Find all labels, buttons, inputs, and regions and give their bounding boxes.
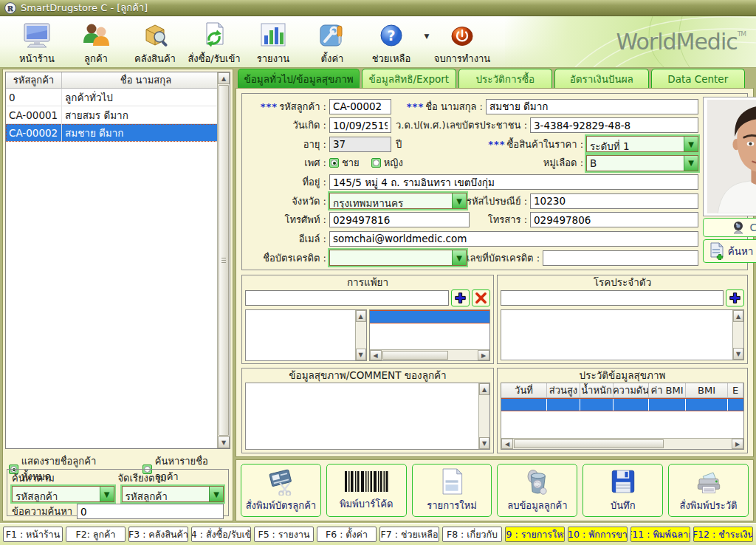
column-header-date[interactable]: วันที่ (501, 383, 547, 397)
fn-key-f5[interactable]: F5 : รายงาน (254, 527, 314, 542)
fn-key-f12[interactable]: F12 : ชำระเงิน (693, 527, 753, 542)
email-input[interactable] (329, 231, 698, 247)
column-header-height[interactable]: ส่วนสูง (547, 383, 580, 397)
scroll-up-icon[interactable]: ▲ (218, 72, 230, 84)
birthdate-input[interactable] (329, 117, 391, 133)
search-by-dropdown[interactable]: รหัสลูกค้า ▼ (12, 486, 114, 502)
tab-general-health[interactable]: ข้อมูลทั่วไป/ข้อมูลสุขภาพ (238, 69, 360, 89)
delete-customer-button[interactable]: ลบข้อมูลลูกค้า (497, 464, 577, 517)
chevron-down-icon[interactable]: ▼ (100, 487, 114, 501)
scroll-up-icon[interactable]: ▲ (356, 310, 366, 322)
province-dropdown[interactable]: กรุงเทพมหานคร ▼ (329, 193, 467, 209)
camera-button[interactable]: Camera (703, 218, 756, 237)
comment-scrollbar[interactable]: ▲ ▼ (478, 383, 489, 449)
new-record-button[interactable]: รายการใหม่ (412, 464, 492, 517)
allergy-list-scrollbar[interactable]: ▲ ▼ (355, 310, 366, 360)
toolbar-exit-button[interactable]: จบการทำงาน (433, 18, 492, 66)
fn-key-f7[interactable]: F7 : ช่วยเหลือ (379, 527, 439, 542)
chevron-down-icon[interactable]: ▼ (684, 137, 698, 151)
fn-key-f6[interactable]: F6 : ตั้งค่า (317, 527, 377, 542)
scroll-up-icon[interactable]: ▲ (479, 383, 489, 395)
credit-card-no-input[interactable] (543, 250, 698, 266)
gender-female-radio[interactable]: หญิง (371, 155, 403, 171)
selected-row-highlight[interactable] (370, 310, 490, 323)
blood-type-dropdown[interactable]: B ▼ (586, 155, 698, 171)
toolbar-customers-button[interactable]: ลูกค้า (66, 18, 126, 66)
disease-list[interactable]: ▲ ▼ (501, 309, 744, 360)
tab-purchase-history[interactable]: ประวัติการซื้อ (458, 69, 552, 89)
disease-input[interactable] (501, 290, 724, 306)
sort-by-dropdown[interactable]: รหัสลูกค้า ▼ (122, 486, 224, 502)
scrollbar-thumb[interactable] (514, 439, 664, 448)
fn-key-f3[interactable]: F3 : คลังสินค้า (128, 527, 188, 542)
column-header-weight[interactable]: น้ำหนัก (580, 383, 614, 397)
selected-row-highlight[interactable] (501, 398, 743, 411)
save-button[interactable]: บันทึก (583, 464, 663, 517)
customer-name-input[interactable] (486, 99, 698, 114)
column-header-name[interactable]: ชื่อ นามสกุล (62, 72, 230, 88)
allergy-input[interactable] (245, 290, 449, 306)
search-text-input[interactable] (77, 504, 224, 519)
column-header-bmi-value[interactable]: ค่า BMI (649, 383, 686, 397)
customer-code-input[interactable] (329, 99, 391, 114)
chevron-down-icon[interactable]: ▼ (684, 156, 698, 171)
print-customer-card-button[interactable]: สั่งพิมพ์บัตรลูกค้า (241, 464, 321, 517)
gender-male-radio[interactable]: ชาย (329, 155, 360, 171)
allergy-list-left[interactable]: ▲ ▼ (245, 309, 367, 361)
allergy-list-hscrollbar[interactable]: ◀ ▶ (370, 349, 490, 360)
price-level-dropdown[interactable]: ระดับที่ 1 ▼ (586, 136, 698, 152)
toolbar-help-button[interactable]: ? ช่วยเหลือ (362, 18, 421, 66)
scroll-down-icon[interactable]: ▼ (356, 349, 366, 360)
fn-key-f11[interactable]: F11 : พิมพ์ฉลาก (630, 527, 690, 542)
chevron-down-icon[interactable]: ▼ (452, 250, 466, 265)
customer-row-selected[interactable]: CA-00002 สมชาย ดีมาก (6, 124, 230, 142)
credit-card-name-dropdown[interactable]: ▼ (329, 250, 467, 266)
allergy-list-right[interactable]: ◀ ▶ (369, 309, 491, 361)
photo-search-button[interactable]: ค้นหา (703, 239, 756, 263)
fn-key-f9[interactable]: F9 : รายการใหม่ (505, 527, 565, 542)
column-header-code[interactable]: รหัสลูกค้า (6, 72, 62, 88)
column-header-bmi[interactable]: BMI (686, 383, 728, 397)
scroll-left-icon[interactable]: ◀ (370, 350, 382, 360)
phone-input[interactable] (329, 212, 470, 227)
idcard-input[interactable] (530, 117, 698, 133)
scroll-left-icon[interactable]: ◀ (501, 439, 513, 449)
chevron-down-icon[interactable]: ▼ (209, 487, 223, 501)
scrollbar-thumb[interactable] (382, 351, 448, 360)
allergy-add-button[interactable] (451, 289, 470, 306)
tab-rights-export[interactable]: ข้อมูลสิทธิ/Export (362, 69, 456, 89)
print-barcode-button[interactable]: พิมพ์บาร์โค้ด (326, 464, 407, 517)
postcode-input[interactable] (530, 193, 698, 209)
allergy-delete-button[interactable] (472, 289, 490, 306)
toolbar-inventory-button[interactable]: คลังสินค้า (126, 18, 185, 66)
address-input[interactable] (329, 174, 698, 190)
fax-input[interactable] (530, 212, 698, 227)
tab-data-center[interactable]: Data Center (651, 69, 745, 89)
disease-list-scrollbar[interactable]: ▲ ▼ (732, 310, 743, 360)
scroll-down-icon[interactable]: ▼ (218, 436, 230, 448)
customer-row[interactable]: 0 ลูกค้าทั่วไป (6, 89, 230, 106)
toolbar-reports-button[interactable]: รายงาน (244, 18, 303, 66)
scroll-right-icon[interactable]: ▶ (478, 350, 489, 360)
scroll-down-icon[interactable]: ▼ (479, 437, 489, 449)
fn-key-f8[interactable]: F8 : เกี่ยวกับ (442, 527, 502, 542)
disease-add-button[interactable] (726, 289, 744, 306)
fn-key-f4[interactable]: F4 : สั่งซื้อ/รับเข้า (191, 527, 251, 542)
scroll-up-icon[interactable]: ▲ (733, 310, 743, 322)
toolbar-purchase-button[interactable]: สั่งซื้อ/รับเข้า (185, 18, 244, 66)
chevron-down-icon[interactable]: ▼ (452, 193, 466, 208)
health-table-hscrollbar[interactable]: ◀ ▶ (501, 438, 743, 449)
toolbar-settings-button[interactable]: ตั้งค่า (303, 18, 362, 66)
fn-key-f2[interactable]: F2: ลูกค้า (66, 527, 126, 542)
print-history-button[interactable]: สั่งพิมพ์ประวัติ (668, 464, 749, 517)
fn-key-f1[interactable]: F1 : หน้าร้าน (3, 527, 63, 542)
fn-key-f10[interactable]: F10 : พักการขาย (568, 527, 628, 542)
column-header-partial[interactable]: E (728, 383, 743, 397)
customer-list-scrollbar[interactable]: ▲ ▼ (217, 72, 230, 448)
health-comment-textarea[interactable]: ▲ ▼ (245, 383, 490, 450)
scroll-right-icon[interactable]: ▶ (732, 439, 743, 449)
toolbar-storefront-button[interactable]: หน้าร้าน (7, 18, 66, 66)
help-dropdown-caret[interactable]: ▼ (421, 32, 433, 40)
column-header-pressure[interactable]: ความดัน (614, 383, 649, 397)
customer-row[interactable]: CA-00001 สายสมร ดีมาก (6, 106, 230, 124)
